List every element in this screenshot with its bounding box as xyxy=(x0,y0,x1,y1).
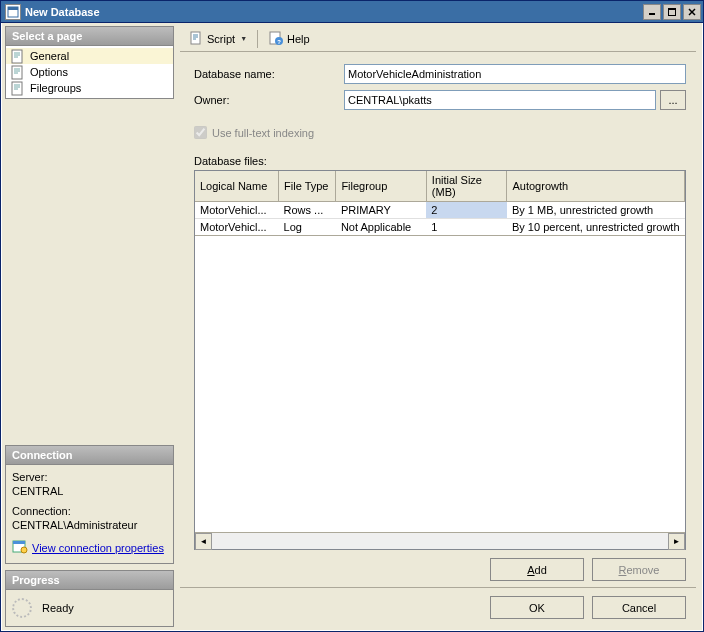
db-name-label: Database name: xyxy=(194,68,344,80)
main-panel: Script ▼ ? Help Database name: Owner: .. xyxy=(177,23,702,630)
svg-text:?: ? xyxy=(277,39,281,45)
cell-size: 1 xyxy=(426,219,507,236)
cell-logical: MotorVehicl... xyxy=(195,202,279,219)
progress-status: Ready xyxy=(42,602,74,614)
toolbar: Script ▼ ? Help xyxy=(180,26,696,52)
app-icon xyxy=(5,4,21,20)
server-value: CENTRAL xyxy=(12,485,167,497)
sidebar-item-label: Filegroups xyxy=(30,82,81,94)
database-files-label: Database files: xyxy=(194,155,686,167)
window-title: New Database xyxy=(25,6,641,18)
sidebar-item-general[interactable]: General xyxy=(6,48,173,64)
properties-icon xyxy=(12,539,28,557)
progress-spinner-icon xyxy=(12,598,32,618)
fulltext-label: Use full-text indexing xyxy=(212,127,314,139)
svg-point-12 xyxy=(21,547,27,553)
toolbar-separator xyxy=(257,30,258,48)
scroll-track[interactable] xyxy=(212,533,668,549)
connection-panel: Server: CENTRAL Connection: CENTRAL\Admi… xyxy=(5,465,174,564)
cell-logical: MotorVehicl... xyxy=(195,219,279,236)
files-grid-container: Logical Name File Type Filegroup Initial… xyxy=(194,170,686,550)
minimize-button[interactable] xyxy=(643,4,661,20)
cell-autogrowth: By 10 percent, unrestricted growth xyxy=(507,219,685,236)
connection-value: CENTRAL\Administrateur xyxy=(12,519,167,531)
window: New Database Select a page General Optio… xyxy=(0,0,704,632)
cell-filegroup: Not Applicable xyxy=(336,219,426,236)
cell-size[interactable]: 2 xyxy=(426,202,507,219)
page-icon xyxy=(10,65,26,79)
script-icon xyxy=(188,30,204,48)
owner-input[interactable] xyxy=(344,90,656,110)
db-name-input[interactable] xyxy=(344,64,686,84)
fulltext-checkbox xyxy=(194,126,207,139)
scroll-right-button[interactable]: ► xyxy=(668,533,685,550)
sidebar-item-filegroups[interactable]: Filegroups xyxy=(6,80,173,96)
col-initial-size[interactable]: Initial Size (MB) xyxy=(426,171,507,202)
close-button[interactable] xyxy=(683,4,701,20)
table-row[interactable]: MotorVehicl... Rows ... PRIMARY 2 By 1 M… xyxy=(195,202,685,219)
script-button[interactable]: Script ▼ xyxy=(184,28,251,50)
progress-header: Progress xyxy=(5,570,174,590)
col-filegroup[interactable]: Filegroup xyxy=(336,171,426,202)
ok-button[interactable]: OK xyxy=(490,596,584,619)
maximize-button[interactable] xyxy=(663,4,681,20)
add-button[interactable]: Add xyxy=(490,558,584,581)
page-list: General Options Filegroups xyxy=(5,46,174,99)
connection-header: Connection xyxy=(5,445,174,465)
cell-filegroup: PRIMARY xyxy=(336,202,426,219)
table-row[interactable]: MotorVehicl... Log Not Applicable 1 By 1… xyxy=(195,219,685,236)
sidebar-item-label: Options xyxy=(30,66,68,78)
view-connection-properties-link[interactable]: View connection properties xyxy=(32,542,164,554)
svg-rect-1 xyxy=(8,7,18,10)
select-page-header: Select a page xyxy=(5,26,174,46)
titlebar: New Database xyxy=(1,1,703,23)
owner-browse-button[interactable]: ... xyxy=(660,90,686,110)
help-label: Help xyxy=(287,33,310,45)
scroll-left-button[interactable]: ◄ xyxy=(195,533,212,550)
cell-type: Rows ... xyxy=(279,202,336,219)
page-icon xyxy=(10,81,26,95)
chevron-down-icon: ▼ xyxy=(240,35,247,42)
cancel-button[interactable]: Cancel xyxy=(592,596,686,619)
horizontal-scrollbar[interactable]: ◄ ► xyxy=(195,532,685,549)
svg-rect-11 xyxy=(13,541,25,544)
sidebar-item-options[interactable]: Options xyxy=(6,64,173,80)
cell-autogrowth: By 1 MB, unrestricted growth xyxy=(507,202,685,219)
page-icon xyxy=(10,49,26,63)
help-button[interactable]: ? Help xyxy=(264,28,314,50)
help-icon: ? xyxy=(268,30,284,48)
owner-label: Owner: xyxy=(194,94,344,106)
cell-type: Log xyxy=(279,219,336,236)
remove-button: Remove xyxy=(592,558,686,581)
sidebar-item-label: General xyxy=(30,50,69,62)
files-grid[interactable]: Logical Name File Type Filegroup Initial… xyxy=(195,171,685,532)
col-file-type[interactable]: File Type xyxy=(279,171,336,202)
connection-label: Connection: xyxy=(12,505,167,517)
svg-rect-13 xyxy=(191,32,200,44)
col-autogrowth[interactable]: Autogrowth xyxy=(507,171,685,202)
col-logical-name[interactable]: Logical Name xyxy=(195,171,279,202)
server-label: Server: xyxy=(12,471,167,483)
dialog-footer: OK Cancel xyxy=(180,587,696,627)
script-label: Script xyxy=(207,33,235,45)
progress-panel: Ready xyxy=(5,590,174,627)
sidebar: Select a page General Options Filegroups… xyxy=(2,23,177,630)
